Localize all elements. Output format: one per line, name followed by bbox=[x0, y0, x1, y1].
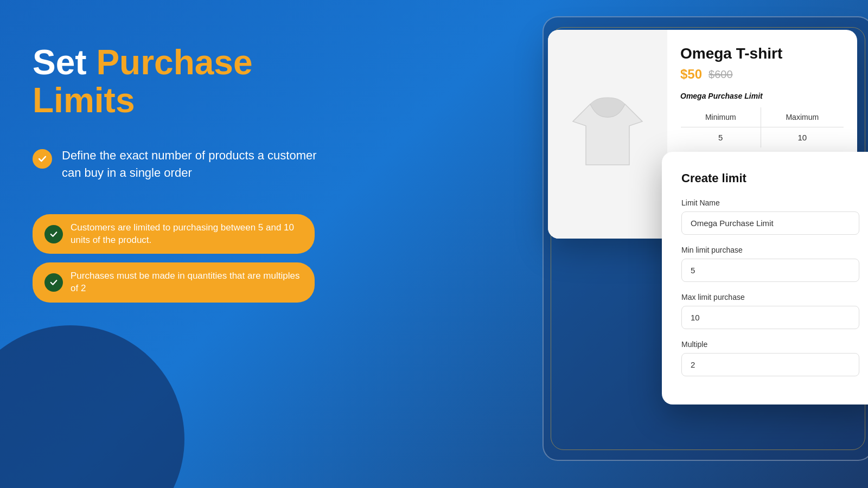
left-panel: Set Purchase Limits Define the exact num… bbox=[0, 0, 369, 488]
price-old: $600 bbox=[709, 68, 733, 81]
table-cell-maximum: 10 bbox=[761, 127, 844, 148]
toast-1: Customers are limited to purchasing betw… bbox=[33, 214, 315, 254]
feature-point: Define the exact number of products a cu… bbox=[33, 147, 336, 182]
check-circle-icon bbox=[33, 149, 52, 169]
toast-2-text: Purchases must be made in quantities tha… bbox=[71, 270, 303, 295]
toast-2: Purchases must be made in quantities tha… bbox=[33, 262, 315, 303]
create-limit-card: Create limit Limit Name Min limit purcha… bbox=[662, 152, 868, 404]
headline-prefix: Set bbox=[33, 43, 96, 82]
toast-1-check-icon bbox=[44, 225, 63, 243]
form-group-min-limit: Min limit purchase bbox=[681, 246, 859, 282]
form-group-multiple: Multiple bbox=[681, 340, 859, 376]
product-image-area bbox=[548, 30, 667, 239]
toast-checkmark-icon bbox=[49, 229, 59, 239]
form-group-limit-name: Limit Name bbox=[681, 198, 859, 235]
right-panel: Omega T-shirt $50 $600 Omega Purchase Li… bbox=[369, 0, 868, 488]
input-multiple[interactable] bbox=[681, 353, 859, 376]
label-multiple: Multiple bbox=[681, 340, 859, 349]
input-limit-name[interactable] bbox=[681, 211, 859, 235]
toast-2-checkmark-icon bbox=[49, 278, 59, 287]
form-group-max-limit: Max limit purchase bbox=[681, 293, 859, 329]
label-min-limit: Min limit purchase bbox=[681, 246, 859, 254]
table-header-minimum: Minimum bbox=[681, 107, 761, 127]
limit-section-label: Omega Purchase Limit bbox=[680, 92, 844, 100]
label-limit-name: Limit Name bbox=[681, 198, 859, 207]
label-max-limit: Max limit purchase bbox=[681, 293, 859, 301]
toasts-area: Customers are limited to purchasing betw… bbox=[33, 214, 336, 303]
price-new: $50 bbox=[680, 67, 702, 82]
toast-1-text: Customers are limited to purchasing betw… bbox=[71, 222, 303, 247]
price-area: $50 $600 bbox=[680, 67, 844, 82]
headline: Set Purchase Limits bbox=[33, 43, 336, 120]
form-title: Create limit bbox=[681, 171, 859, 185]
toast-2-check-icon bbox=[44, 273, 63, 292]
table-cell-minimum: 5 bbox=[681, 127, 761, 148]
table-header-maximum: Maximum bbox=[761, 107, 844, 127]
table-row: 5 10 bbox=[681, 127, 844, 148]
limit-table: Minimum Maximum 5 10 bbox=[680, 107, 844, 148]
checkmark-icon bbox=[37, 153, 48, 164]
feature-description: Define the exact number of products a cu… bbox=[62, 147, 336, 182]
input-max-limit[interactable] bbox=[681, 306, 859, 329]
input-min-limit[interactable] bbox=[681, 259, 859, 282]
product-title: Omega T-shirt bbox=[680, 45, 844, 62]
tshirt-image bbox=[564, 91, 651, 178]
